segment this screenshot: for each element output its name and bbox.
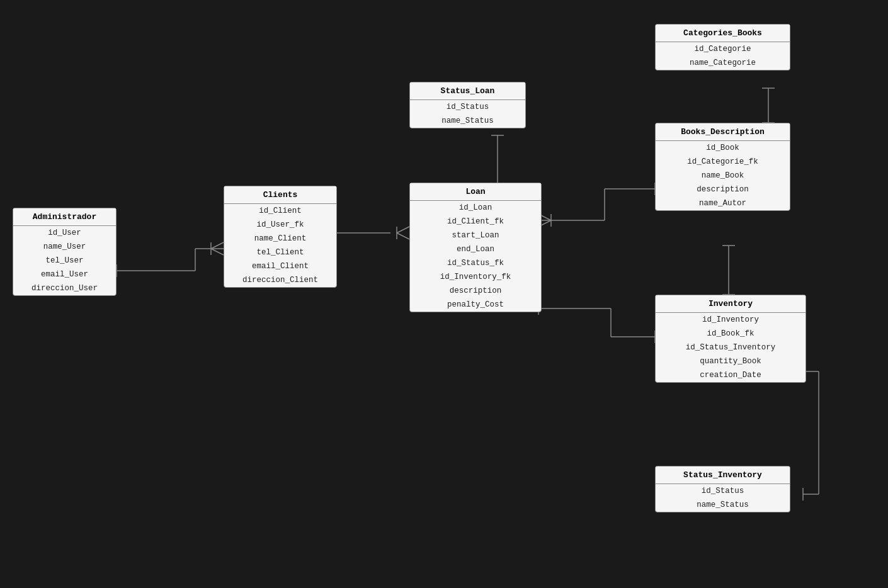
entity-status-inventory: Status_Inventory id_Status name_Status [655,466,790,512]
field-name-client: name_Client [224,232,336,246]
field-id-client: id_Client [224,204,336,218]
entity-status-loan-title: Status_Loan [410,82,525,100]
field-id-inventory-fk: id_Inventory_fk [410,270,541,284]
entity-administrador-title: Administrador [13,208,116,226]
field-id-inventory: id_Inventory [656,313,805,327]
field-creation-date: creation_Date [656,368,805,382]
field-id-loan: id_Loan [410,201,541,215]
field-start-loan: start_Loan [410,229,541,242]
field-end-loan: end_Loan [410,242,541,256]
entity-status-loan: Status_Loan id_Status name_Status [409,82,526,128]
field-penalty-cost: penalty_Cost [410,298,541,312]
diagram-canvas: Administrador id_User name_User tel_User… [0,0,888,588]
entity-clients-title: Clients [224,186,336,204]
field-direccion-user: direccion_User [13,281,116,295]
field-id-categorie-fk: id_Categorie_fk [656,155,790,169]
field-name-categorie: name_Categorie [656,56,790,70]
entity-loan-title: Loan [410,183,541,201]
field-loan-description: description [410,284,541,298]
field-book-description: description [656,183,790,196]
field-name-user: name_User [13,240,116,254]
field-status-loan-name: name_Status [410,114,525,128]
entity-categories-books: Categories_Books id_Categorie name_Categ… [655,24,790,71]
field-status-loan-id: id_Status [410,100,525,114]
field-status-inv-name: name_Status [656,498,790,512]
field-id-client-fk: id_Client_fk [410,215,541,229]
field-direccion-client: direccion_Client [224,273,336,287]
svg-line-10 [397,233,409,239]
field-name-autor: name_Autor [656,196,790,210]
entity-inventory: Inventory id_Inventory id_Book_fk id_Sta… [655,295,806,383]
entity-clients: Clients id_Client id_User_fk name_Client… [224,186,337,288]
field-id-user: id_User [13,226,116,240]
field-quantity-book: quantity_Book [656,354,805,368]
svg-line-9 [397,227,409,233]
field-status-inv-id: id_Status [656,484,790,498]
entity-inventory-title: Inventory [656,295,805,313]
field-email-client: email_Client [224,259,336,273]
svg-line-5 [211,249,224,255]
field-tel-user: tel_User [13,254,116,268]
svg-line-4 [211,242,224,249]
entity-administrador: Administrador id_User name_User tel_User… [13,208,117,296]
field-email-user: email_User [13,268,116,281]
field-id-status-inventory: id_Status_Inventory [656,341,805,354]
entity-categories-books-title: Categories_Books [656,25,790,42]
field-id-categorie: id_Categorie [656,42,790,56]
entity-books-description: Books_Description id_Book id_Categorie_f… [655,123,790,211]
entity-books-description-title: Books_Description [656,123,790,141]
field-id-user-fk: id_User_fk [224,218,336,232]
field-id-status-fk: id_Status_fk [410,256,541,270]
field-id-book: id_Book [656,141,790,155]
entity-loan: Loan id_Loan id_Client_fk start_Loan end… [409,183,542,312]
entity-status-inventory-title: Status_Inventory [656,466,790,484]
field-name-book: name_Book [656,169,790,183]
field-tel-client: tel_Client [224,246,336,259]
field-id-book-fk: id_Book_fk [656,327,805,341]
